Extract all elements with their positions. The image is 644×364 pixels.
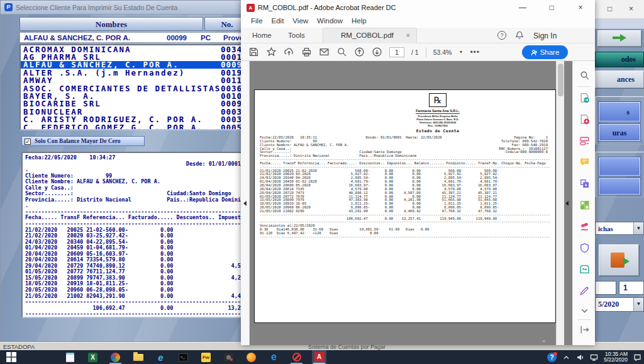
taskbar-acrobat-icon[interactable]: A: [312, 350, 326, 364]
acrobat-window: A RM_COBOL.pdf - Adobe Acrobat Reader DC…: [241, 0, 595, 345]
mdi-menu-strip: [595, 19, 644, 29]
taskbar-blocked-app-icon[interactable]: [289, 350, 304, 364]
print-icon[interactable]: [301, 47, 312, 57]
start-button[interactable]: [6, 352, 21, 362]
taskbar-system-app-icon[interactable]: [108, 350, 123, 364]
upload-cloud-icon[interactable]: [284, 47, 294, 57]
period-dropdown[interactable]: 5/2020 ▼: [595, 297, 644, 312]
organize-pages-icon[interactable]: [579, 200, 590, 210]
windows-logo-icon: [6, 352, 16, 362]
redact-icon[interactable]: [579, 221, 590, 232]
menu-item[interactable]: Window: [313, 16, 347, 28]
create-pdf-icon[interactable]: [579, 114, 590, 125]
fichas-dropdown-value: ichas: [596, 225, 633, 232]
mdi-titlebar: □ ×: [595, 0, 644, 19]
menu-item[interactable]: Edit: [267, 16, 289, 28]
bell-icon[interactable]: [515, 31, 524, 40]
taskbar-excel-icon[interactable]: X: [86, 350, 100, 364]
taskbar-camera-app-icon[interactable]: [221, 350, 236, 364]
page-controls-chevron-icon[interactable]: ⌄: [541, 337, 547, 343]
star-icon[interactable]: [266, 47, 277, 57]
taskbar-file-explorer-icon[interactable]: [131, 350, 145, 364]
export-pdf-icon[interactable]: [579, 93, 590, 103]
combine-files-icon[interactable]: [579, 178, 590, 189]
comment-icon[interactable]: [579, 157, 590, 168]
sign-in-button[interactable]: Sign In: [533, 31, 557, 40]
zoom-level-dropdown[interactable]: 53.4%: [433, 48, 452, 56]
fichas-dropdown[interactable]: ichas ▼: [595, 222, 644, 235]
compress-pdf-icon[interactable]: [579, 264, 590, 275]
exit-button[interactable]: [599, 244, 639, 276]
maximize-button[interactable]: □: [537, 0, 566, 16]
taskbar-internet-explorer-icon[interactable]: e: [153, 350, 168, 364]
save-icon[interactable]: [248, 47, 259, 57]
more-tools-button[interactable]: •••: [470, 48, 480, 57]
zoom-caret-icon[interactable]: ▼: [458, 50, 463, 54]
tab-document-label: RM_COBOL.pdf: [341, 31, 394, 39]
tab-close-icon[interactable]: ×: [406, 31, 410, 39]
dropdown-arrow-icon[interactable]: ▼: [633, 222, 643, 234]
help-icon[interactable]: ?: [497, 31, 506, 40]
acrobat-app-icon: A: [247, 4, 255, 12]
acrobat-titlebar[interactable]: A RM_COBOL.pdf - Adobe Acrobat Reader DC…: [241, 0, 595, 16]
nav-pane-toggle-icon[interactable]: [243, 201, 247, 206]
more-tools-chevron-icon[interactable]: [579, 305, 590, 316]
facturas-button[interactable]: uras: [599, 124, 640, 141]
tab-home[interactable]: Home: [252, 31, 272, 39]
volume-icon[interactable]: [576, 353, 584, 361]
dropdown-arrow-icon[interactable]: ▼: [633, 298, 643, 311]
menu-item[interactable]: Help: [347, 16, 371, 28]
taskbar-orange-app-icon[interactable]: [244, 350, 258, 364]
menu-item[interactable]: File: [247, 16, 267, 28]
mdi-close-button[interactable]: ×: [629, 4, 633, 13]
list-item[interactable]: C. FEDERICO GOMEZ G. C. POR A. 0005: [21, 123, 250, 130]
taskbar-notepad-icon[interactable]: [63, 350, 77, 364]
tab-document[interactable]: RM_COBOL.pdf ×: [323, 28, 417, 43]
tab-tools[interactable]: Tools: [288, 31, 305, 39]
document-area: ℞ Farmacia Santa Ana S.R.L. Presidente B…: [241, 61, 572, 345]
network-icon[interactable]: [590, 353, 598, 361]
page-number-input[interactable]: 1: [389, 47, 404, 57]
taskbar-edge-icon[interactable]: e: [267, 350, 281, 364]
fill-sign-icon[interactable]: [579, 285, 590, 296]
tools-pane-toggle-icon[interactable]: [565, 201, 569, 206]
email-icon[interactable]: [319, 47, 330, 57]
column-header-nombres[interactable]: Nombres: [19, 17, 203, 31]
balances-button[interactable]: ances: [595, 71, 644, 88]
todos-button[interactable]: odos: [595, 52, 644, 67]
taskbar-command-prompt-icon[interactable]: >_: [176, 350, 191, 364]
menu-item[interactable]: View: [288, 16, 313, 28]
pdf-address-line: Rnc: 130827266: [387, 124, 488, 127]
minimize-button[interactable]: —: [508, 0, 537, 16]
share-button[interactable]: Share: [522, 45, 568, 59]
next-page-icon[interactable]: [372, 47, 382, 57]
protect-icon[interactable]: [579, 242, 590, 253]
panel-divider: [577, 319, 591, 320]
search-tools-icon[interactable]: [579, 70, 590, 81]
selector-titlebar[interactable]: P Seleccione Cliente Para Imprimir Su Es…: [1, 1, 250, 14]
client-list[interactable]: ACROMAX DOMINICANA 0034 AG PHARMA SRL 00…: [19, 44, 251, 130]
mdi-maximize-button[interactable]: □: [608, 4, 612, 13]
balance-filter[interactable]: Solo Con Balance Mayor De Cero: [21, 136, 145, 146]
vertical-scrollbar[interactable]: [556, 61, 564, 345]
mdi-nav-button[interactable]: [597, 30, 641, 47]
edit-pdf-icon[interactable]: [579, 135, 590, 146]
group2-button-a[interactable]: [599, 157, 640, 176]
taskbar-fw-app-icon[interactable]: Fw: [199, 350, 213, 364]
balance-filter-checkbox[interactable]: [25, 139, 31, 145]
group2-button-b[interactable]: [599, 178, 640, 195]
tray-help-icon[interactable]: ?: [547, 353, 557, 362]
page-number-field[interactable]: 1: [619, 281, 644, 295]
show-hidden-icons-chevron[interactable]: [562, 353, 570, 361]
taskbar-clock[interactable]: 10:35 AM 5/22/2020: [604, 351, 628, 363]
open-pane-icon[interactable]: [579, 324, 590, 335]
close-button[interactable]: ×: [566, 0, 595, 16]
aux-field[interactable]: [595, 281, 616, 295]
group1-button-a[interactable]: s: [599, 102, 640, 122]
scrollbar-thumb[interactable]: [558, 64, 564, 96]
previous-page-icon[interactable]: [354, 47, 365, 57]
zoom-icon[interactable]: [336, 47, 347, 57]
action-center-icon[interactable]: [633, 353, 641, 361]
share-person-icon: [531, 49, 538, 56]
current-client-code: 00099: [167, 34, 187, 42]
